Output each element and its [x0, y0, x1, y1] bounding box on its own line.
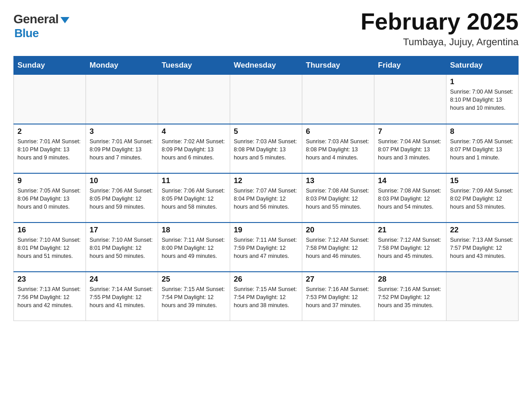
logo-general-text: General [13, 13, 59, 26]
calendar-cell: 10Sunrise: 7:06 AM Sunset: 8:05 PM Dayli… [86, 173, 158, 223]
day-info: Sunrise: 7:08 AM Sunset: 8:03 PM Dayligh… [306, 187, 370, 211]
calendar-cell: 3Sunrise: 7:01 AM Sunset: 8:09 PM Daylig… [86, 124, 158, 173]
calendar-cell: 16Sunrise: 7:10 AM Sunset: 8:01 PM Dayli… [14, 223, 86, 272]
day-number: 15 [450, 176, 515, 185]
day-number: 26 [234, 275, 298, 284]
day-number: 25 [162, 275, 226, 284]
day-number: 4 [162, 127, 226, 136]
calendar-cell [230, 75, 302, 124]
day-info: Sunrise: 7:16 AM Sunset: 7:53 PM Dayligh… [306, 285, 370, 309]
day-info: Sunrise: 7:11 AM Sunset: 7:59 PM Dayligh… [234, 236, 298, 260]
day-of-week-header: Friday [374, 56, 446, 75]
calendar-cell: 21Sunrise: 7:12 AM Sunset: 7:58 PM Dayli… [374, 223, 446, 272]
day-number: 1 [450, 77, 515, 86]
day-info: Sunrise: 7:07 AM Sunset: 8:04 PM Dayligh… [234, 187, 298, 211]
day-number: 9 [17, 176, 82, 185]
day-number: 18 [162, 226, 226, 235]
calendar-cell: 28Sunrise: 7:16 AM Sunset: 7:52 PM Dayli… [374, 272, 446, 321]
title-section: February 2025 Tumbaya, Jujuy, Argentina [360, 9, 519, 48]
calendar-cell: 13Sunrise: 7:08 AM Sunset: 8:03 PM Dayli… [302, 173, 374, 223]
day-number: 19 [234, 226, 298, 235]
day-number: 17 [90, 226, 154, 235]
day-number: 8 [450, 127, 515, 136]
calendar-cell: 1Sunrise: 7:00 AM Sunset: 8:10 PM Daylig… [446, 75, 519, 124]
day-number: 7 [378, 127, 442, 136]
calendar-week-row: 9Sunrise: 7:05 AM Sunset: 8:06 PM Daylig… [14, 173, 519, 223]
day-info: Sunrise: 7:06 AM Sunset: 8:05 PM Dayligh… [162, 187, 226, 211]
calendar-cell [14, 75, 86, 124]
day-number: 14 [378, 176, 442, 185]
day-number: 28 [378, 275, 442, 284]
calendar-cell [374, 75, 446, 124]
calendar-cell: 12Sunrise: 7:07 AM Sunset: 8:04 PM Dayli… [230, 173, 302, 223]
day-of-week-header: Saturday [446, 56, 519, 75]
calendar-week-row: 1Sunrise: 7:00 AM Sunset: 8:10 PM Daylig… [14, 75, 519, 124]
calendar-cell: 22Sunrise: 7:13 AM Sunset: 7:57 PM Dayli… [446, 223, 519, 272]
day-number: 22 [450, 226, 515, 235]
calendar-cell [86, 75, 158, 124]
calendar-cell: 7Sunrise: 7:04 AM Sunset: 8:07 PM Daylig… [374, 124, 446, 173]
logo-general: General [13, 13, 69, 26]
day-info: Sunrise: 7:11 AM Sunset: 8:00 PM Dayligh… [162, 236, 226, 260]
calendar-cell: 9Sunrise: 7:05 AM Sunset: 8:06 PM Daylig… [14, 173, 86, 223]
month-year-title: February 2025 [360, 9, 519, 34]
day-info: Sunrise: 7:06 AM Sunset: 8:05 PM Dayligh… [90, 187, 154, 211]
calendar-cell: 23Sunrise: 7:13 AM Sunset: 7:56 PM Dayli… [14, 272, 86, 321]
calendar-cell: 24Sunrise: 7:14 AM Sunset: 7:55 PM Dayli… [86, 272, 158, 321]
day-info: Sunrise: 7:13 AM Sunset: 7:57 PM Dayligh… [450, 236, 515, 260]
logo: General Blue [13, 13, 69, 40]
calendar-cell: 15Sunrise: 7:09 AM Sunset: 8:02 PM Dayli… [446, 173, 519, 223]
calendar-cell: 18Sunrise: 7:11 AM Sunset: 8:00 PM Dayli… [158, 223, 230, 272]
calendar-cell: 2Sunrise: 7:01 AM Sunset: 8:10 PM Daylig… [14, 124, 86, 173]
calendar-cell: 14Sunrise: 7:08 AM Sunset: 8:03 PM Dayli… [374, 173, 446, 223]
day-info: Sunrise: 7:09 AM Sunset: 8:02 PM Dayligh… [450, 187, 515, 211]
calendar-cell: 19Sunrise: 7:11 AM Sunset: 7:59 PM Dayli… [230, 223, 302, 272]
day-of-week-header: Sunday [14, 56, 86, 75]
day-info: Sunrise: 7:01 AM Sunset: 8:10 PM Dayligh… [17, 137, 82, 162]
calendar-cell: 4Sunrise: 7:02 AM Sunset: 8:09 PM Daylig… [158, 124, 230, 173]
logo-blue-text: Blue [14, 26, 39, 40]
day-info: Sunrise: 7:16 AM Sunset: 7:52 PM Dayligh… [378, 285, 442, 309]
calendar-cell [446, 272, 519, 321]
day-info: Sunrise: 7:15 AM Sunset: 7:54 PM Dayligh… [162, 285, 226, 309]
day-number: 5 [234, 127, 298, 136]
calendar-week-row: 2Sunrise: 7:01 AM Sunset: 8:10 PM Daylig… [14, 124, 519, 173]
day-info: Sunrise: 7:10 AM Sunset: 8:01 PM Dayligh… [17, 236, 82, 260]
day-of-week-header: Monday [86, 56, 158, 75]
day-info: Sunrise: 7:12 AM Sunset: 7:58 PM Dayligh… [378, 236, 442, 260]
logo-arrow-icon [60, 17, 69, 23]
day-number: 13 [306, 176, 370, 185]
day-number: 24 [90, 275, 154, 284]
calendar-cell: 6Sunrise: 7:03 AM Sunset: 8:08 PM Daylig… [302, 124, 374, 173]
day-number: 11 [162, 176, 226, 185]
day-info: Sunrise: 7:01 AM Sunset: 8:09 PM Dayligh… [90, 137, 154, 162]
calendar-cell: 17Sunrise: 7:10 AM Sunset: 8:01 PM Dayli… [86, 223, 158, 272]
location-subtitle: Tumbaya, Jujuy, Argentina [360, 36, 519, 48]
day-info: Sunrise: 7:15 AM Sunset: 7:54 PM Dayligh… [234, 285, 298, 309]
day-number: 12 [234, 176, 298, 185]
day-number: 16 [17, 226, 82, 235]
calendar-week-row: 23Sunrise: 7:13 AM Sunset: 7:56 PM Dayli… [14, 272, 519, 321]
day-number: 10 [90, 176, 154, 185]
page-header: General Blue February 2025 Tumbaya, Juju… [13, 9, 519, 48]
day-of-week-header: Wednesday [230, 56, 302, 75]
day-info: Sunrise: 7:04 AM Sunset: 8:07 PM Dayligh… [378, 137, 442, 162]
calendar-cell: 20Sunrise: 7:12 AM Sunset: 7:58 PM Dayli… [302, 223, 374, 272]
day-number: 20 [306, 226, 370, 235]
calendar-cell: 11Sunrise: 7:06 AM Sunset: 8:05 PM Dayli… [158, 173, 230, 223]
day-info: Sunrise: 7:03 AM Sunset: 8:08 PM Dayligh… [234, 137, 298, 162]
calendar-cell: 8Sunrise: 7:05 AM Sunset: 8:07 PM Daylig… [446, 124, 519, 173]
day-info: Sunrise: 7:10 AM Sunset: 8:01 PM Dayligh… [90, 236, 154, 260]
day-of-week-header: Tuesday [158, 56, 230, 75]
day-number: 27 [306, 275, 370, 284]
calendar-cell [302, 75, 374, 124]
calendar-week-row: 16Sunrise: 7:10 AM Sunset: 8:01 PM Dayli… [14, 223, 519, 272]
day-number: 21 [378, 226, 442, 235]
calendar-table: SundayMondayTuesdayWednesdayThursdayFrid… [13, 56, 519, 321]
day-info: Sunrise: 7:02 AM Sunset: 8:09 PM Dayligh… [162, 137, 226, 162]
calendar-cell [158, 75, 230, 124]
day-number: 3 [90, 127, 154, 136]
day-info: Sunrise: 7:00 AM Sunset: 8:10 PM Dayligh… [450, 88, 515, 112]
day-info: Sunrise: 7:14 AM Sunset: 7:55 PM Dayligh… [90, 285, 154, 309]
day-number: 23 [17, 275, 82, 284]
